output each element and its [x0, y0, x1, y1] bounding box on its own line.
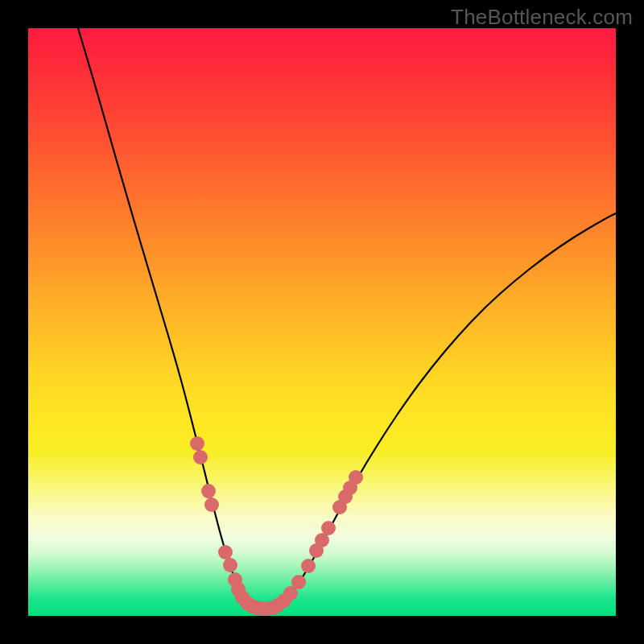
bead: [301, 559, 316, 573]
bead: [291, 575, 306, 589]
bead: [218, 545, 233, 559]
bead: [193, 450, 208, 464]
watermark-text: TheBottleneck.com: [451, 5, 633, 30]
bead: [190, 436, 204, 451]
bead: [223, 558, 237, 572]
plot-area: [28, 28, 616, 616]
bead-group: [190, 436, 363, 616]
bead: [349, 470, 363, 485]
bead: [201, 484, 216, 498]
curve-left: [78, 28, 252, 608]
bead: [321, 521, 336, 535]
bead: [204, 497, 219, 512]
curve-layer: [28, 28, 616, 616]
curve-right: [278, 213, 616, 608]
outer-frame: TheBottleneck.com: [0, 0, 644, 644]
